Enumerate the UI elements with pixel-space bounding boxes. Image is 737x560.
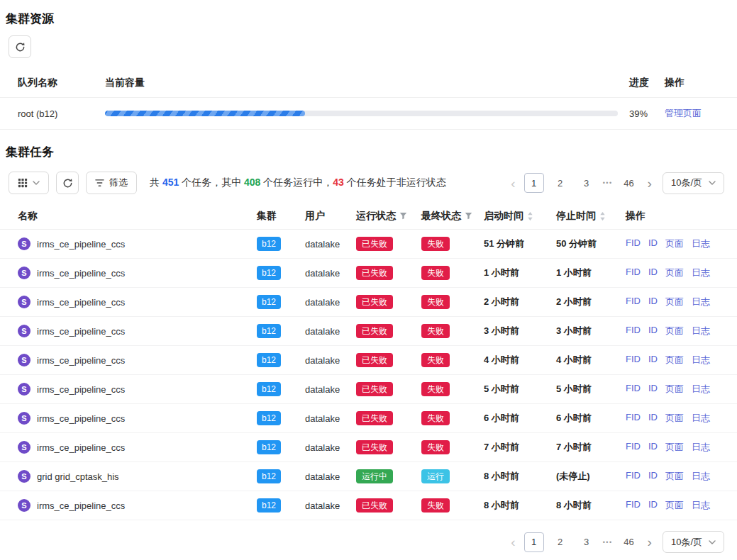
start-time: 51 分钟前 (484, 237, 556, 250)
action-log[interactable]: 日志 (692, 383, 710, 396)
action-fid[interactable]: FID (626, 267, 641, 279)
task-name: irms_ce_pipeline_ccs (37, 326, 125, 337)
col-stop-time: 停止时间 (556, 210, 626, 223)
action-id[interactable]: ID (648, 470, 658, 483)
action-page[interactable]: 页面 (665, 412, 684, 425)
grid-icon (18, 178, 28, 188)
start-time: 7 小时前 (484, 441, 556, 454)
final-status-badge: 失败 (421, 440, 450, 454)
action-id[interactable]: ID (648, 237, 658, 250)
pagination-page-46[interactable]: 46 (619, 532, 639, 552)
final-status-badge: 失败 (421, 382, 450, 396)
action-id[interactable]: ID (648, 412, 658, 425)
pagination-prev[interactable]: ‹ (509, 177, 517, 190)
pagination-page-1[interactable]: 1 (524, 173, 544, 193)
col-start-time: 启动时间 (484, 210, 556, 223)
action-id[interactable]: ID (648, 354, 658, 366)
pagination-page-2[interactable]: 2 (550, 532, 570, 552)
action-id[interactable]: ID (648, 325, 658, 337)
row-actions: FIDID页面日志 (626, 383, 725, 396)
action-fid[interactable]: FID (626, 354, 641, 366)
manage-page-link[interactable]: 管理页面 (665, 108, 702, 118)
task-name: irms_ce_pipeline_ccs (37, 297, 125, 308)
pagination-ellipsis[interactable]: ••• (603, 179, 613, 186)
action-log[interactable]: 日志 (692, 354, 710, 366)
summary-text: 个任务处于非运行状态 (344, 177, 446, 188)
action-page[interactable]: 页面 (665, 470, 684, 483)
chevron-down-icon (709, 540, 716, 544)
action-fid[interactable]: FID (626, 412, 641, 425)
pagination-page-1[interactable]: 1 (524, 532, 544, 552)
action-log[interactable]: 日志 (692, 412, 710, 425)
pagination-page-2[interactable]: 2 (550, 173, 570, 193)
action-page[interactable]: 页面 (665, 499, 684, 512)
filter-button[interactable]: 筛选 (86, 172, 137, 194)
pagination-page-3[interactable]: 3 (577, 173, 597, 193)
start-time: 3 小时前 (484, 325, 556, 337)
action-page[interactable]: 页面 (665, 296, 684, 308)
action-log[interactable]: 日志 (692, 237, 710, 250)
final-status-badge: 失败 (421, 324, 450, 338)
row-actions: FIDID页面日志 (626, 296, 725, 308)
cluster-resources-title: 集群资源 (0, 0, 737, 27)
action-fid[interactable]: FID (626, 237, 641, 250)
summary-count-green: 408 (244, 177, 260, 188)
action-log[interactable]: 日志 (692, 470, 710, 483)
filter-funnel-icon[interactable] (399, 212, 407, 220)
action-page[interactable]: 页面 (665, 383, 684, 396)
run-status-badge: 已失败 (356, 324, 393, 338)
tasks-refresh-button[interactable] (56, 172, 79, 194)
action-log[interactable]: 日志 (692, 325, 710, 337)
task-user: datalake (305, 442, 356, 453)
action-page[interactable]: 页面 (665, 267, 684, 279)
col-run-status: 运行状态 (356, 210, 421, 223)
action-page[interactable]: 页面 (665, 354, 684, 366)
capacity-progress-fill (105, 111, 305, 116)
cluster-badge: b12 (257, 382, 281, 396)
action-fid[interactable]: FID (626, 325, 641, 337)
table-row: S irms_ce_pipeline_ccs b12 datalake 已失败 … (0, 346, 737, 375)
column-settings-button[interactable] (9, 172, 49, 194)
sort-icon[interactable] (527, 211, 533, 221)
action-id[interactable]: ID (648, 296, 658, 308)
action-log[interactable]: 日志 (692, 441, 710, 454)
stop-time: 2 小时前 (556, 296, 626, 308)
spark-avatar: S (18, 441, 31, 454)
pagination-page-46[interactable]: 46 (619, 173, 639, 193)
action-page[interactable]: 页面 (665, 325, 684, 337)
task-name: irms_ce_pipeline_ccs (37, 500, 125, 511)
task-name: grid grid_cptask_his (37, 471, 119, 482)
summary-text: 个任务，其中 (179, 177, 244, 188)
refresh-button[interactable] (9, 35, 31, 58)
spark-avatar: S (18, 325, 31, 337)
action-fid[interactable]: FID (626, 499, 641, 512)
filter-funnel-icon[interactable] (465, 212, 472, 220)
action-log[interactable]: 日志 (692, 296, 710, 308)
table-row: S irms_ce_pipeline_ccs b12 datalake 已失败 … (0, 317, 737, 346)
cluster-badge: b12 (257, 440, 281, 454)
action-page[interactable]: 页面 (665, 237, 684, 250)
action-fid[interactable]: FID (626, 296, 641, 308)
pagination-prev[interactable]: ‹ (509, 535, 517, 549)
action-log[interactable]: 日志 (692, 499, 710, 512)
pagination-next[interactable]: › (645, 535, 654, 549)
pagination-next[interactable]: › (645, 177, 654, 190)
sort-icon[interactable] (599, 211, 606, 221)
action-id[interactable]: ID (648, 499, 658, 512)
action-fid[interactable]: FID (626, 441, 641, 454)
action-id[interactable]: ID (648, 441, 658, 454)
action-log[interactable]: 日志 (692, 267, 710, 279)
summary-text: 个任务运行中， (260, 177, 333, 188)
action-id[interactable]: ID (648, 383, 658, 396)
action-fid[interactable]: FID (626, 383, 641, 396)
page-size-select[interactable]: 10条/页 (663, 531, 724, 553)
action-fid[interactable]: FID (626, 470, 641, 483)
action-page[interactable]: 页面 (665, 441, 684, 454)
col-actions: 操作 (665, 77, 724, 89)
action-id[interactable]: ID (648, 267, 658, 279)
pagination-page-3[interactable]: 3 (577, 532, 597, 552)
page-size-select[interactable]: 10条/页 (663, 172, 724, 194)
spark-avatar: S (18, 412, 31, 425)
stop-time: 50 分钟前 (556, 237, 626, 250)
pagination-ellipsis[interactable]: ••• (603, 539, 613, 546)
